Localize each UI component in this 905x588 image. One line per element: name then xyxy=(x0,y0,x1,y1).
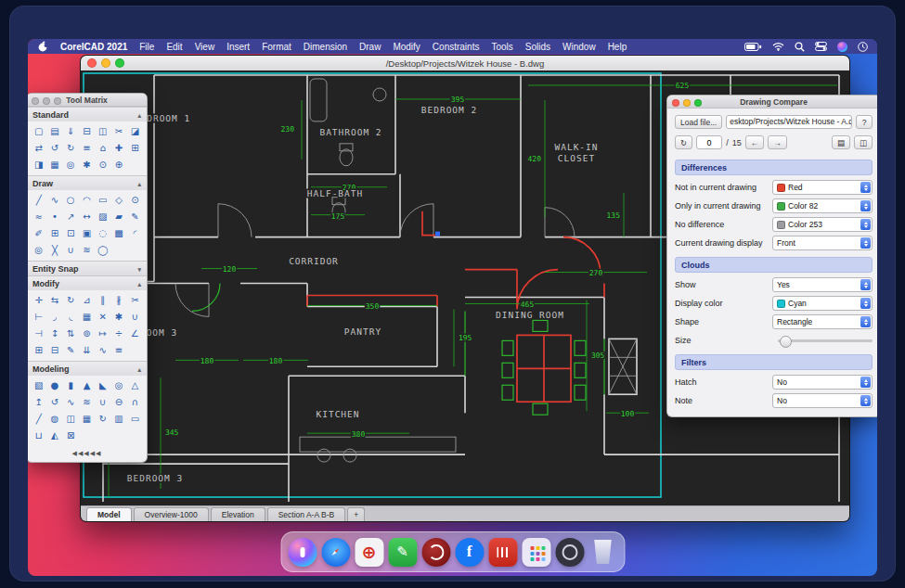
dock-facebook-icon[interactable]: f xyxy=(455,538,484,567)
tool-icon[interactable]: ⇄ xyxy=(31,139,46,156)
tool-icon[interactable]: ↺ xyxy=(46,393,62,410)
tool-icon[interactable]: ↥ xyxy=(31,393,46,410)
tool-icon[interactable]: ✂ xyxy=(127,291,143,308)
tool-icon[interactable]: ⇅ xyxy=(63,325,79,341)
cloud-size-slider[interactable] xyxy=(778,334,873,347)
tool-icon[interactable]: ▢ xyxy=(31,122,46,139)
tool-icon[interactable]: ⊕ xyxy=(110,156,126,173)
tool-icon[interactable]: ● xyxy=(46,377,62,393)
tool-icon[interactable]: ▤ xyxy=(46,122,62,139)
tool-icon[interactable]: ▧ xyxy=(31,377,46,393)
collapse-icon[interactable] xyxy=(137,110,141,120)
tool-icon[interactable]: ◠ xyxy=(79,191,95,208)
slider-knob[interactable] xyxy=(780,336,792,348)
tool-icon[interactable]: ◭ xyxy=(46,427,62,443)
siri-icon[interactable] xyxy=(837,42,847,52)
tool-icon[interactable]: ▨ xyxy=(95,208,110,224)
menu-item[interactable]: View xyxy=(195,42,215,52)
menu-item[interactable]: Modify xyxy=(393,42,420,52)
menu-item[interactable]: Dimension xyxy=(304,42,347,52)
tool-icon[interactable]: ÷ xyxy=(110,325,126,341)
menu-item[interactable]: Insert xyxy=(226,42,250,52)
dock-corelcad-icon[interactable]: ⊕ xyxy=(355,538,383,567)
tool-icon[interactable]: ∥ xyxy=(95,291,110,308)
tool-icon[interactable]: ◨ xyxy=(31,156,46,173)
dock-camera-icon[interactable] xyxy=(555,538,584,567)
tool-icon[interactable]: ≈ xyxy=(31,208,46,224)
add-sheet-button[interactable]: + xyxy=(347,507,365,521)
tool-icon[interactable]: ⊟ xyxy=(79,122,95,139)
tool-icon[interactable]: ◫ xyxy=(63,410,79,427)
tool-icon[interactable]: ✱ xyxy=(110,308,126,325)
dock-spiral-browser-icon[interactable] xyxy=(421,538,450,567)
tool-icon[interactable]: ∿ xyxy=(63,393,79,410)
clock-icon[interactable] xyxy=(858,42,868,52)
collapse-icon[interactable] xyxy=(137,279,141,288)
compare-file-path-field[interactable]: esktop/Projects/Witzek House - A.dwg xyxy=(726,115,852,129)
tool-icon[interactable]: ▮ xyxy=(63,377,79,393)
collapse-icon[interactable] xyxy=(137,179,141,188)
load-file-button[interactable]: Load file... xyxy=(675,115,722,129)
tool-icon[interactable]: ⊿ xyxy=(79,291,95,308)
tool-icon[interactable]: • xyxy=(46,208,62,224)
setting-dropdown[interactable]: No xyxy=(772,375,873,390)
section-header-standard[interactable]: Standard xyxy=(28,107,147,121)
tool-icon[interactable]: ⊡ xyxy=(63,224,79,241)
tool-icon[interactable]: ◞ xyxy=(46,308,62,325)
tool-icon[interactable]: ⊔ xyxy=(31,427,46,443)
tool-icon[interactable]: ⊣ xyxy=(31,325,46,341)
setting-dropdown[interactable]: Red xyxy=(772,180,873,195)
palette-title-bar[interactable]: Drawing Compare xyxy=(667,96,877,109)
tool-icon[interactable]: ◪ xyxy=(127,122,143,139)
tool-icon[interactable]: ∿ xyxy=(95,341,110,358)
tool-icon[interactable]: ◎ xyxy=(110,377,126,393)
tool-icon[interactable]: ↦ xyxy=(95,325,110,341)
tool-icon[interactable]: ✎ xyxy=(127,208,143,224)
dock-draw-pencil-icon[interactable]: ✎ xyxy=(388,538,417,567)
tool-icon[interactable]: ⊞ xyxy=(127,139,143,156)
sheet-tab[interactable]: Section A-A B-B xyxy=(267,507,345,521)
battery-icon[interactable] xyxy=(744,43,762,51)
tool-icon[interactable]: ✎ xyxy=(63,341,79,358)
tool-icon[interactable]: ▦ xyxy=(79,410,95,427)
wifi-icon[interactable] xyxy=(772,42,784,51)
palette-window-controls[interactable] xyxy=(32,97,61,105)
tool-icon[interactable]: ◣ xyxy=(95,377,110,393)
print-icon[interactable]: ▤ xyxy=(832,135,850,149)
tool-icon[interactable]: ▣ xyxy=(79,224,95,241)
setting-dropdown[interactable]: Yes xyxy=(772,277,873,292)
setting-dropdown[interactable]: Front xyxy=(772,236,873,250)
tool-icon[interactable]: ≡ xyxy=(110,341,126,358)
tool-icon[interactable]: ⊞ xyxy=(31,341,46,358)
tool-icon[interactable]: ▦ xyxy=(79,308,95,325)
tool-icon[interactable]: ▩ xyxy=(110,224,126,241)
menu-item[interactable]: Constraints xyxy=(433,42,480,52)
tool-icon[interactable]: ◎ xyxy=(31,241,46,258)
tool-icon[interactable]: ⊞ xyxy=(46,224,62,241)
sheet-tab[interactable]: Model xyxy=(86,507,132,521)
setting-dropdown[interactable]: Color 253 xyxy=(772,217,873,232)
menu-item[interactable]: Draw xyxy=(359,42,381,52)
tool-icon[interactable]: ✚ xyxy=(110,139,126,156)
tool-icon[interactable]: ↻ xyxy=(63,291,79,308)
control-center-icon[interactable] xyxy=(815,42,827,51)
tool-icon[interactable]: ✕ xyxy=(95,308,110,325)
collapse-icon[interactable] xyxy=(137,364,141,374)
tool-icon[interactable]: ✱ xyxy=(79,156,95,173)
tool-icon[interactable]: ∪ xyxy=(127,308,143,325)
palette-collapse-arrows[interactable]: ◀◀◀◀◀ xyxy=(28,446,147,462)
collapse-icon[interactable] xyxy=(137,264,141,274)
tool-icon[interactable]: ⇓ xyxy=(63,122,79,139)
search-icon[interactable] xyxy=(795,42,805,52)
tool-icon[interactable]: ◍ xyxy=(46,410,62,427)
tool-icon[interactable]: ⊙ xyxy=(127,191,143,208)
setting-dropdown[interactable]: Cyan xyxy=(772,296,873,311)
tool-icon[interactable]: ╱ xyxy=(31,191,46,208)
tool-icon[interactable]: ▭ xyxy=(127,410,143,427)
tool-icon[interactable]: ⊢ xyxy=(31,308,46,325)
tool-icon[interactable]: △ xyxy=(127,377,143,393)
tool-icon[interactable]: ◫ xyxy=(95,122,110,139)
tool-icon[interactable]: ▲ xyxy=(79,377,95,393)
tool-icon[interactable]: ◟ xyxy=(63,308,79,325)
menu-item[interactable]: Edit xyxy=(166,42,182,52)
